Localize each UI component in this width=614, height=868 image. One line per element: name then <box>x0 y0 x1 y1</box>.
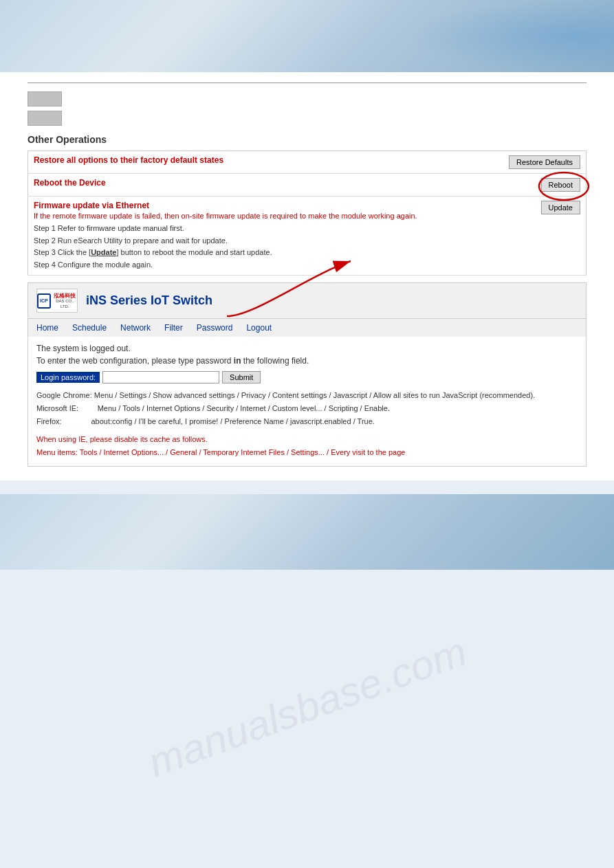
ins-header: ICP ICP 泓格科技 DAS CO., LTD. iNS Series Io… <box>28 283 586 319</box>
logout-text-2: To enter the web configuration, please t… <box>36 356 578 366</box>
logo-das: DAS CO., LTD. <box>53 299 77 309</box>
restore-defaults-button[interactable]: Restore Defaults <box>509 155 580 169</box>
operations-table: Restore all options to their factory def… <box>28 151 586 276</box>
firmware-warning: If the remote firmware update is failed,… <box>34 212 533 220</box>
nav-schedule[interactable]: Schedule <box>72 323 107 333</box>
logout-text-1: The system is logged out. <box>36 344 578 353</box>
firmware-title: Firmware update via Ethernet <box>34 201 533 210</box>
ins-series-title: iNS Series IoT Switch <box>86 293 212 308</box>
icp-das-logo: ICP ICP 泓格科技 DAS CO., LTD. <box>36 289 78 313</box>
section-title: Other Operations <box>28 134 586 145</box>
nav-filter[interactable]: Filter <box>164 323 183 333</box>
reboot-button[interactable]: Reboot <box>541 178 580 192</box>
ins-navigation: Home Schedule Network Filter Password Lo… <box>28 319 586 337</box>
ins-container: ICP ICP 泓格科技 DAS CO., LTD. iNS Series Io… <box>28 282 586 466</box>
nav-password[interactable]: Password <box>197 323 233 333</box>
placeholder-button-2[interactable] <box>28 111 62 126</box>
ie-info: Menu / Tools / Internet Options / Securi… <box>98 404 390 412</box>
login-section: The system is logged out. To enter the w… <box>28 337 586 465</box>
login-password-label: Login password: <box>36 372 100 383</box>
update-button[interactable]: Update <box>541 201 580 214</box>
ie-note: When using IE, please disable its cache … <box>36 433 578 458</box>
nav-logout[interactable]: Logout <box>246 323 272 333</box>
nav-home[interactable]: Home <box>36 323 58 333</box>
restore-row: Restore all options to their factory def… <box>28 151 586 174</box>
submit-button[interactable]: Submit <box>222 371 261 383</box>
ff-label: Firefox: <box>36 417 62 425</box>
firmware-row: Firmware update via Ethernet If the remo… <box>28 197 586 276</box>
browser-info: Google Chrome: Menu / Settings / Show ad… <box>36 389 578 458</box>
nav-network[interactable]: Network <box>120 323 151 333</box>
chrome-info: Google Chrome: Menu / Settings / Show ad… <box>36 391 535 399</box>
header-banner <box>0 0 614 72</box>
ff-info: about:config / I'll be careful, I promis… <box>91 417 374 425</box>
logo-chinese: 泓格科技 <box>53 293 77 300</box>
reboot-row: Reboot the Device Reboot <box>28 174 586 197</box>
firmware-steps: Step 1 Refer to firmware update manual f… <box>34 223 533 271</box>
footer-banner <box>0 494 614 570</box>
placeholder-button-1[interactable] <box>28 91 62 107</box>
login-row: Login password: Submit <box>36 371 578 383</box>
login-password-input[interactable] <box>102 371 219 383</box>
reboot-label: Reboot the Device <box>34 178 106 188</box>
ie-label: Microsoft IE: <box>36 404 78 412</box>
restore-label: Restore all options to their factory def… <box>34 155 223 165</box>
top-divider <box>28 82 586 83</box>
